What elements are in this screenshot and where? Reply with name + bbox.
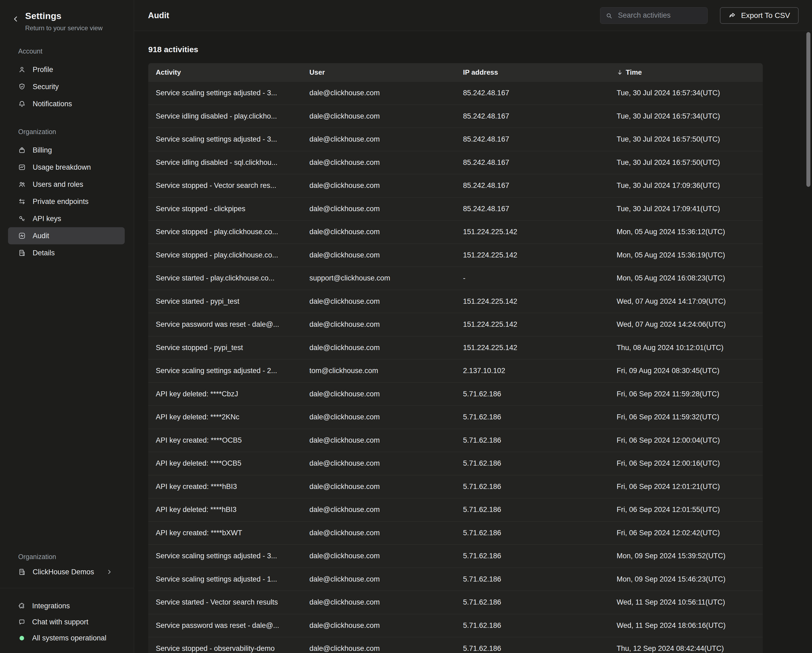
cell-activity: API key created: ****OCB5 xyxy=(148,436,302,444)
cell-activity: Service scaling settings adjusted - 3... xyxy=(148,135,302,143)
table-row[interactable]: Service stopped - play.clickhouse.co... … xyxy=(148,220,763,244)
table-row[interactable]: Service stopped - Vector search res... d… xyxy=(148,174,763,197)
cell-user: dale@clickhouse.com xyxy=(302,298,455,306)
sidebar-item-chat-support[interactable]: Chat with support xyxy=(0,614,134,630)
cell-time: Fri, 09 Aug 2024 08:30:45(UTC) xyxy=(609,367,763,375)
column-header-user[interactable]: User xyxy=(302,68,455,76)
table-row[interactable]: Service started - pypi_test dale@clickho… xyxy=(148,290,763,313)
sidebar-item-integrations[interactable]: Integrations xyxy=(0,598,134,614)
users-icon xyxy=(18,181,26,188)
export-csv-button[interactable]: Export To CSV xyxy=(720,7,798,24)
sidebar-item-label: Private endpoints xyxy=(33,197,89,206)
system-status[interactable]: All systems operational xyxy=(0,630,134,646)
table-row[interactable]: Service started - Vector search results … xyxy=(148,590,763,614)
sidebar-item-users-and-roles[interactable]: Users and roles xyxy=(8,176,125,193)
puzzle-icon xyxy=(18,603,26,610)
table-row[interactable]: Service scaling settings adjusted - 3...… xyxy=(148,128,763,151)
sidebar-subtitle[interactable]: Return to your service view xyxy=(25,24,102,32)
table-row[interactable]: API key created: ****OCB5 dale@clickhous… xyxy=(148,429,763,452)
table-row[interactable]: Service password was reset - dale@... da… xyxy=(148,313,763,336)
chart-icon xyxy=(18,163,26,171)
table-row[interactable]: API key created: ****hBI3 dale@clickhous… xyxy=(148,475,763,498)
sidebar-item-api-keys[interactable]: API keys xyxy=(8,210,125,227)
search-input[interactable] xyxy=(600,7,708,24)
cell-ip: 151.224.225.142 xyxy=(455,298,609,306)
account-nav: Profile Security Notifications xyxy=(0,61,134,112)
table-row[interactable]: API key deleted: ****2KNc dale@clickhous… xyxy=(148,406,763,429)
table-row[interactable]: Service stopped - observability-demo dal… xyxy=(148,637,763,653)
table-row[interactable]: Service scaling settings adjusted - 3...… xyxy=(148,544,763,568)
cell-activity: Service scaling settings adjusted - 3... xyxy=(148,552,302,560)
sidebar-item-label: Notifications xyxy=(33,100,72,108)
table-row[interactable]: Service scaling settings adjusted - 3...… xyxy=(148,81,763,105)
column-header-time[interactable]: Time xyxy=(609,68,763,76)
cell-activity: Service scaling settings adjusted - 2... xyxy=(148,367,302,375)
column-label: User xyxy=(309,68,325,76)
cell-ip: 5.71.62.186 xyxy=(455,598,609,606)
cell-ip: 5.71.62.186 xyxy=(455,575,609,583)
table-row[interactable]: API key deleted: ****hBI3 dale@clickhous… xyxy=(148,498,763,521)
sidebar-item-label: Users and roles xyxy=(33,180,83,189)
sidebar-item-usage-breakdown[interactable]: Usage breakdown xyxy=(8,159,125,176)
cell-ip: 85.242.48.167 xyxy=(455,135,609,143)
cell-time: Fri, 06 Sep 2024 11:59:28(UTC) xyxy=(609,390,763,398)
cell-user: dale@clickhouse.com xyxy=(302,413,455,421)
search-box xyxy=(600,7,708,24)
vertical-scrollbar[interactable] xyxy=(806,32,810,187)
sidebar-title: Settings xyxy=(25,11,102,21)
cell-time: Mon, 09 Sep 2024 15:39:52(UTC) xyxy=(609,552,763,560)
column-header-ip[interactable]: IP address xyxy=(455,68,609,76)
sidebar-item-label: Profile xyxy=(33,66,53,74)
column-label: IP address xyxy=(463,68,498,76)
table-row[interactable]: Service stopped - play.clickhouse.co... … xyxy=(148,244,763,267)
cell-user: dale@clickhouse.com xyxy=(302,89,455,97)
cell-activity: Service idling disabled - play.clickho..… xyxy=(148,112,302,121)
table-row[interactable]: Service idling disabled - play.clickho..… xyxy=(148,105,763,128)
sidebar-header: Settings Return to your service view xyxy=(0,0,134,32)
table-row[interactable]: API key deleted: ****CbzJ dale@clickhous… xyxy=(148,383,763,406)
column-label: Activity xyxy=(156,68,181,76)
cell-user: dale@clickhouse.com xyxy=(302,159,455,167)
cell-time: Mon, 05 Aug 2024 15:36:12(UTC) xyxy=(609,228,763,236)
org-switcher[interactable]: ClickHouse Demos xyxy=(0,563,134,580)
cell-user: dale@clickhouse.com xyxy=(302,436,455,444)
cell-activity: API key deleted: ****OCB5 xyxy=(148,459,302,468)
table-row[interactable]: Service password was reset - dale@... da… xyxy=(148,614,763,637)
table-row[interactable]: Service stopped - pypi_test dale@clickho… xyxy=(148,336,763,359)
cell-activity: Service scaling settings adjusted - 1... xyxy=(148,575,302,583)
cell-ip: 151.224.225.142 xyxy=(455,251,609,259)
cell-user: dale@clickhouse.com xyxy=(302,228,455,236)
cell-user: dale@clickhouse.com xyxy=(302,482,455,491)
table-row[interactable]: Service stopped - clickpipes dale@clickh… xyxy=(148,197,763,221)
table-row[interactable]: Service scaling settings adjusted - 1...… xyxy=(148,568,763,591)
column-header-activity[interactable]: Activity xyxy=(148,68,302,76)
cell-ip: 5.71.62.186 xyxy=(455,390,609,398)
cell-activity: API key created: ****hBI3 xyxy=(148,482,302,491)
back-chevron-icon[interactable] xyxy=(12,15,20,23)
table-row[interactable]: Service scaling settings adjusted - 2...… xyxy=(148,359,763,383)
sidebar-item-audit[interactable]: Audit xyxy=(8,227,125,244)
sidebar-item-details[interactable]: Details xyxy=(8,244,125,261)
table-row[interactable]: Service started - play.clickhouse.co... … xyxy=(148,267,763,290)
sidebar-item-billing[interactable]: Billing xyxy=(8,142,125,159)
sidebar-item-notifications[interactable]: Notifications xyxy=(8,95,125,112)
cell-user: support@clickhouse.com xyxy=(302,274,455,282)
table-row[interactable]: Service idling disabled - sql.clickhou..… xyxy=(148,151,763,174)
sidebar-item-label: Audit xyxy=(33,232,49,240)
cell-time: Tue, 30 Jul 2024 16:57:34(UTC) xyxy=(609,89,763,97)
cell-user: dale@clickhouse.com xyxy=(302,205,455,213)
cell-ip: 151.224.225.142 xyxy=(455,228,609,236)
footer-item-label: Chat with support xyxy=(32,618,89,626)
table-row[interactable]: API key deleted: ****OCB5 dale@clickhous… xyxy=(148,452,763,475)
sidebar-item-private-endpoints[interactable]: Private endpoints xyxy=(8,193,125,210)
cell-activity: Service stopped - clickpipes xyxy=(148,205,302,213)
table-row[interactable]: API key created: ****bXWT dale@clickhous… xyxy=(148,521,763,545)
cell-time: Wed, 07 Aug 2024 14:24:06(UTC) xyxy=(609,320,763,329)
cell-activity: API key deleted: ****2KNc xyxy=(148,413,302,421)
sidebar-item-profile[interactable]: Profile xyxy=(8,61,125,78)
cell-time: Mon, 05 Aug 2024 16:08:23(UTC) xyxy=(609,274,763,282)
cell-activity: Service scaling settings adjusted - 3... xyxy=(148,89,302,97)
cell-ip: 2.137.10.102 xyxy=(455,367,609,375)
sidebar-item-security[interactable]: Security xyxy=(8,78,125,95)
cell-time: Tue, 30 Jul 2024 16:57:34(UTC) xyxy=(609,112,763,121)
